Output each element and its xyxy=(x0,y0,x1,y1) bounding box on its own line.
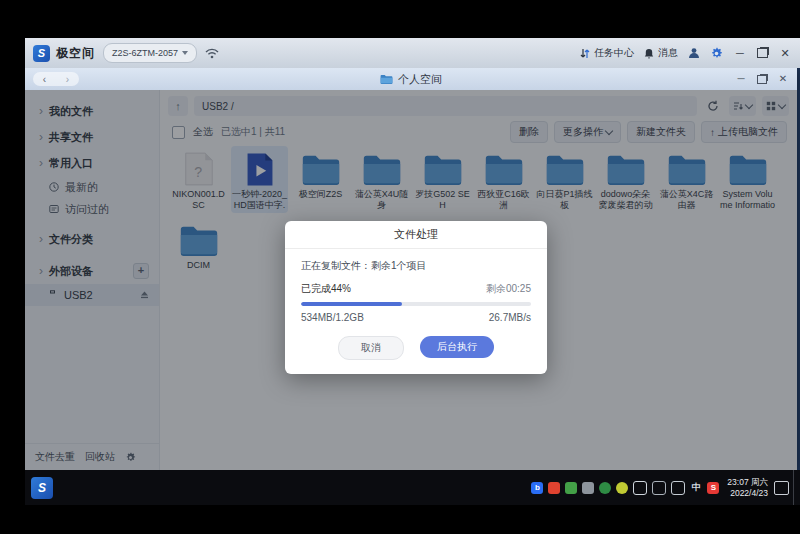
app-bar: S 极空间 Z2S-6ZTM-2057 任务中心 消息 ─ xyxy=(25,38,800,68)
window-title: 个人空间 xyxy=(398,72,442,87)
messages-label: 消息 xyxy=(658,46,678,60)
forward-button[interactable]: › xyxy=(66,74,69,85)
run-in-background-button[interactable]: 后台执行 xyxy=(420,336,494,358)
cancel-button[interactable]: 取消 xyxy=(338,336,404,360)
back-button[interactable]: ‹ xyxy=(43,74,46,85)
tray-s-app-icon[interactable]: S xyxy=(707,482,719,494)
os-taskbar: S b中S 23:07 周六 2022/4/23 xyxy=(25,470,800,505)
messages-button[interactable]: 消息 xyxy=(644,46,678,60)
device-selector[interactable]: Z2S-6ZTM-2057 xyxy=(103,43,197,63)
app-restore-button[interactable] xyxy=(757,48,768,58)
nav-history: ‹ › xyxy=(33,72,79,86)
progress-fill xyxy=(301,302,402,306)
clock-time: 23:07 周六 xyxy=(727,477,768,488)
clock-date: 2022/4/23 xyxy=(727,488,768,499)
device-name: Z2S-6ZTM-2057 xyxy=(112,48,178,58)
time-remaining-label: 剩余00:25 xyxy=(486,282,531,296)
folder-icon xyxy=(380,74,393,85)
bell-icon xyxy=(644,48,654,59)
copy-status-text: 正在复制文件：剩余1个项目 xyxy=(301,259,531,273)
transfer-arrows-icon xyxy=(580,48,590,59)
tray-red-app-icon[interactable] xyxy=(548,482,560,494)
file-process-dialog: 文件处理 正在复制文件：剩余1个项目 已完成44% 剩余00:25 534MB/… xyxy=(285,221,547,374)
window-close-button[interactable]: ✕ xyxy=(777,73,789,85)
tray-gray-app-icon[interactable] xyxy=(582,482,594,494)
tray-netdisk-icon[interactable]: b xyxy=(531,482,543,494)
window-titlebar: ‹ › 个人空间 ─ ✕ xyxy=(25,68,797,90)
window-title-area: 个人空间 xyxy=(25,72,797,87)
transfer-speed-label: 26.7MB/s xyxy=(489,312,531,323)
tray-shield-icon[interactable] xyxy=(599,482,611,494)
tray-monitor-icon[interactable] xyxy=(633,481,647,495)
app-minimize-button[interactable]: ─ xyxy=(733,46,747,60)
action-center-icon[interactable] xyxy=(774,481,789,495)
dialog-title: 文件处理 xyxy=(285,221,547,249)
tray-language-icon[interactable]: 中 xyxy=(690,482,702,494)
window-minimize-button[interactable]: ─ xyxy=(735,73,747,85)
taskbar-clock[interactable]: 23:07 周六 2022/4/23 xyxy=(727,477,768,499)
tray-green-app-icon[interactable] xyxy=(565,482,577,494)
show-desktop-button[interactable] xyxy=(793,470,798,505)
window-restore-button[interactable] xyxy=(757,75,767,84)
app-close-button[interactable]: ✕ xyxy=(778,46,792,60)
system-tray: b中S xyxy=(531,481,719,495)
task-center-label: 任务中心 xyxy=(594,46,634,60)
percent-complete-label: 已完成44% xyxy=(301,282,351,296)
wifi-icon xyxy=(205,48,219,59)
brand-name: 极空间 xyxy=(56,45,95,62)
tray-yellow-app-icon[interactable] xyxy=(616,482,628,494)
taskbar-zspace-app-icon[interactable]: S xyxy=(31,477,53,499)
zspace-logo-icon: S xyxy=(33,45,50,62)
desktop: S 极空间 Z2S-6ZTM-2057 任务中心 消息 ─ xyxy=(25,38,800,505)
settings-gear-icon[interactable] xyxy=(710,47,723,60)
user-icon[interactable] xyxy=(688,47,700,59)
size-progress-label: 534MB/1.2GB xyxy=(301,312,364,323)
tray-person-icon[interactable] xyxy=(652,481,666,495)
chevron-down-icon xyxy=(182,51,188,55)
task-center-button[interactable]: 任务中心 xyxy=(580,46,634,60)
progress-bar xyxy=(301,302,531,306)
tray-speaker-icon[interactable] xyxy=(671,481,685,495)
